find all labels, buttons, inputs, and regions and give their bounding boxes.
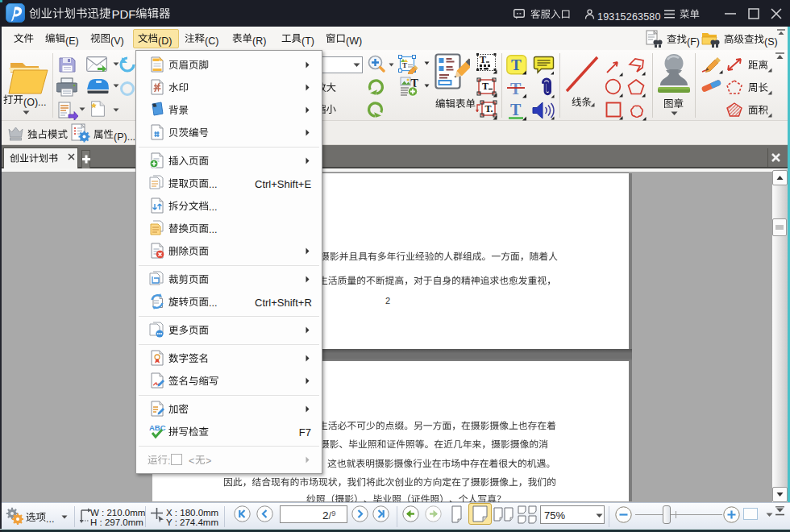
svg-text:T: T [510,80,522,98]
svg-text:T: T [510,102,522,118]
svg-text:T: T [480,54,486,65]
svg-text:T: T [402,61,407,69]
svg-text:T: T [511,56,522,73]
svg-text:T.: T. [485,103,493,114]
svg-text:T: T [482,81,489,92]
svg-text:ABC: ABC [149,423,166,432]
